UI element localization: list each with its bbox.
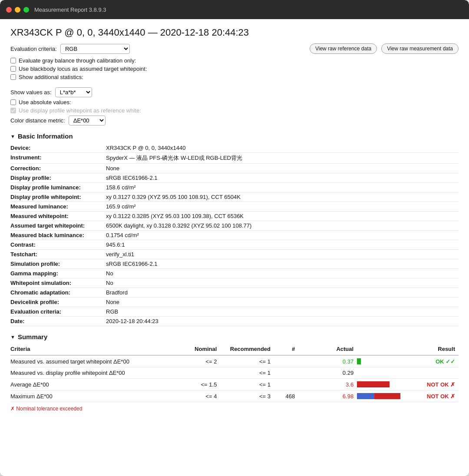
evaluation-select[interactable]: RGB [60,44,130,54]
show-values-label: Show values as: [10,89,52,96]
minimize-icon[interactable] [15,7,20,13]
display-profile-whitepoint-checkbox [10,108,16,113]
col-header-recommended: Recommended [220,344,274,355]
info-value: SpyderX — 液晶 PFS-磷光体 W-LED或 RGB-LED背光 [106,153,459,164]
gray-balance-row: Evaluate gray balance through calibratio… [10,57,459,64]
summary-criteria: Measured vs. assumed target whitepoint Δ… [10,355,176,367]
info-label: Testchart: [10,250,106,259]
info-value: sRGB IEC61966-2.1 [106,173,459,183]
window-title: Measurement Report 3.8.9.3 [34,7,106,13]
blackbody-label: Use blackbody locus as assumed target wh… [19,66,147,72]
color-distance-select[interactable]: ΔE*00 [69,116,106,126]
close-icon[interactable] [6,7,12,13]
absolute-values-label: Use absolute values: [19,99,71,106]
summary-result [410,367,459,379]
summary-bar [357,367,410,379]
col-header-hash: # [274,344,298,355]
summary-bar [357,379,410,390]
info-label: Display profile whitepoint: [10,192,106,202]
show-values-select[interactable]: L*a*b* [55,87,92,97]
info-label: Display profile luminance: [10,183,106,192]
table-row: Maximum ΔE*00 <= 4 <= 3 468 6.98 NOT OK … [10,390,459,402]
info-label: Device: [10,143,106,153]
info-value: No [106,269,459,278]
info-value: verify_xl.ti1 [106,250,459,259]
info-label: Contrast: [10,240,106,250]
info-label: Instrument: [10,153,106,164]
table-row: Devicelink profile:None [10,298,459,307]
col-header-bar [357,344,410,355]
color-distance-label: Color distance metric: [10,117,65,124]
summary-result: NOT OK ✗ [410,379,459,390]
info-label: Simulation profile: [10,259,106,269]
table-row: Device:XR343CK P @ 0, 0, 3440x1440 [10,143,459,153]
table-row: Display profile:sRGB IEC61966-2.1 [10,173,459,183]
basic-info-table: Device:XR343CK P @ 0, 0, 3440x1440Instru… [10,143,459,326]
gray-balance-label: Evaluate gray balance through calibratio… [19,57,136,64]
additional-stats-label: Show additional statistics: [19,74,83,80]
summary-hash [274,367,298,379]
summary-actual: 6.98 [298,390,357,402]
table-row: Contrast:945.6:1 [10,240,459,250]
table-row: Whitepoint simulation:No [10,278,459,288]
page-title: XR343CK P @ 0, 0, 3440x1440 — 2020-12-18… [10,27,459,38]
table-row: Assumed target whitepoint:6500K daylight… [10,221,459,231]
summary-bar [357,355,410,367]
info-label: Evaluation criteria: [10,307,106,317]
color-distance-row: Color distance metric: ΔE*00 [10,116,459,126]
table-row: Correction:None [10,164,459,173]
info-label: Devicelink profile: [10,298,106,307]
table-row: Simulation profile:sRGB IEC61966-2.1 [10,259,459,269]
summary-recommended: <= 1 [220,379,274,390]
summary-result: OK ✓✓ [410,355,459,367]
view-raw-reference-button[interactable]: View raw reference data [310,43,377,54]
table-row: Measured whitepoint:xy 0.3122 0.3285 (XY… [10,212,459,221]
info-value: xy 0.3127 0.329 (XYZ 95.05 100 108.91), … [106,192,459,202]
maximize-icon[interactable] [23,7,29,13]
gray-balance-checkbox[interactable] [10,58,16,63]
display-profile-whitepoint-row: Use display profile whitepoint as refere… [10,107,459,114]
additional-stats-row: Show additional statistics: [10,74,459,80]
table-row: Instrument:SpyderX — 液晶 PFS-磷光体 W-LED或 R… [10,153,459,164]
table-row: Chromatic adaptation:Bradford [10,288,459,298]
info-label: Correction: [10,164,106,173]
summary-actual: 0.29 [298,367,357,379]
info-label: Whitepoint simulation: [10,278,106,288]
table-row: Gamma mapping:No [10,269,459,278]
summary-title: Summary [18,333,47,340]
summary-result: NOT OK ✗ [410,390,459,402]
table-row: Display profile luminance:158.6 cd/m² [10,183,459,192]
additional-stats-checkbox[interactable] [10,74,16,80]
table-row: Measured vs. assumed target whitepoint Δ… [10,355,459,367]
info-value: sRGB IEC61966-2.1 [106,259,459,269]
summary-hash [274,355,298,367]
summary-recommended: <= 3 [220,390,274,402]
basic-info-header: ▼ Basic Information [10,132,459,140]
view-raw-measurement-button[interactable]: View raw measurement data [381,43,459,54]
info-value: 945.6:1 [106,240,459,250]
info-value: 165.9 cd/m² [106,202,459,212]
content-area: XR343CK P @ 0, 0, 3440x1440 — 2020-12-18… [0,19,469,422]
summary-recommended: <= 1 [220,367,274,379]
table-row: Measured luminance:165.9 cd/m² [10,202,459,212]
summary-nominal: <= 1.5 [176,379,220,390]
info-value: 158.6 cd/m² [106,183,459,192]
blackbody-checkbox[interactable] [10,66,16,72]
summary-criteria: Maximum ΔE*00 [10,390,176,402]
absolute-values-checkbox[interactable] [10,99,16,105]
table-row: Measured black luminance:0.1754 cd/m² [10,231,459,240]
main-window: Measurement Report 3.8.9.3 XR343CK P @ 0… [0,0,469,476]
basic-info-title: Basic Information [18,132,73,140]
info-label: Gamma mapping: [10,269,106,278]
summary-nominal [176,367,220,379]
info-value: 0.1754 cd/m² [106,231,459,240]
summary-recommended: <= 1 [220,355,274,367]
summary-criteria: Measured vs. display profile whitepoint … [10,367,176,379]
controls-left: Evaluation criteria: RGB [10,44,310,54]
summary-actual: 3.6 [298,379,357,390]
col-header-result: Result [410,344,459,355]
summary-hash: 468 [274,390,298,402]
col-header-actual: Actual [298,344,357,355]
info-value: None [106,298,459,307]
table-row: Evaluation criteria:RGB [10,307,459,317]
